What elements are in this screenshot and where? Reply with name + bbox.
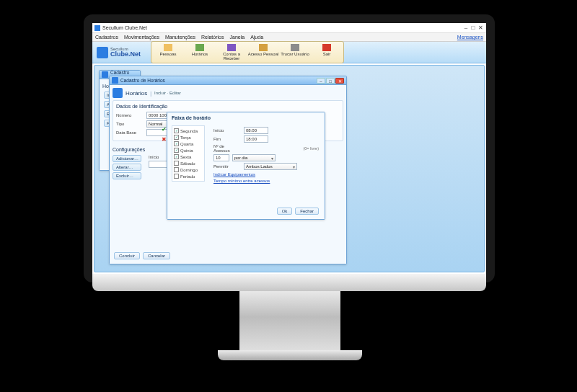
col-inicio: Início: [149, 155, 164, 159]
checkbox-quinta[interactable]: ✓: [174, 148, 179, 153]
ribbon: Secullum Clube.Net Pessoas Horários Cont…: [92, 42, 486, 63]
window-title: Cadastro de Horários: [120, 78, 165, 83]
ribbon-pessoas[interactable]: Pessoas: [152, 43, 184, 62]
ribbon-trocar[interactable]: Trocar Usuário: [279, 43, 311, 62]
label-numero: Número: [116, 113, 144, 117]
money-icon: [227, 44, 236, 51]
link-tempo-minimo[interactable]: Tempo mínimo entre acessos: [213, 179, 319, 183]
close-button[interactable]: ✕: [477, 24, 484, 31]
label-tipo: Tipo: [116, 122, 144, 126]
check-icon[interactable]: ✔: [162, 127, 167, 133]
window-icon: [112, 77, 118, 84]
menu-janela[interactable]: Janela: [229, 35, 245, 40]
people-icon: [164, 44, 172, 51]
minimize-button[interactable]: –: [317, 78, 325, 84]
app-title: Secullum Clube.Net: [102, 25, 147, 30]
titlebar: Secullum Clube.Net – □ ✕: [92, 23, 486, 33]
hint-livre: (0= livre): [303, 146, 319, 151]
breadcrumb: Incluir · Editar: [154, 91, 181, 95]
mensagens-link[interactable]: Mensagens: [457, 35, 483, 40]
permitir-select[interactable]: Ambos Lados: [244, 163, 297, 170]
section-title: Dados de Identificação: [116, 104, 340, 109]
fechar-button[interactable]: Fechar: [295, 208, 319, 215]
inicio-field[interactable]: 08:00: [244, 127, 268, 134]
concluir-button[interactable]: Concluir: [114, 252, 140, 259]
window-icon: [102, 71, 108, 78]
brand-logo-icon: [97, 47, 108, 58]
label-acessos: Nº de Acessos: [213, 144, 241, 153]
workspace: Cadastro d… Horá Incluir Alterar Excluir…: [94, 65, 485, 272]
dialog-title: Faixa de horário: [172, 115, 211, 120]
maximize-button[interactable]: □: [470, 24, 477, 31]
brand-big: Clube.Net: [110, 51, 141, 58]
cancelar-button[interactable]: Cancelar: [143, 252, 170, 259]
days-list: ✓Segunda ✓Terça ✓Quarta ✓Quinta ✓Sexta S…: [172, 125, 205, 182]
menu-cadastros[interactable]: Cadastros: [95, 35, 118, 40]
key-icon: [259, 44, 268, 51]
ribbon-sair[interactable]: Sair: [311, 43, 343, 62]
excluir-button[interactable]: Excluir…: [113, 172, 141, 179]
menu-ajuda[interactable]: Ajuda: [250, 35, 263, 40]
ribbon-contas[interactable]: Contas a Receber: [216, 43, 247, 62]
menu-relatorios[interactable]: Relatórios: [201, 35, 224, 40]
checkbox-quarta[interactable]: ✓: [174, 141, 179, 146]
adicionar-button[interactable]: Adicionar…: [113, 155, 141, 162]
close-button[interactable]: ✕: [335, 78, 344, 84]
checkbox-segunda[interactable]: ✓: [174, 128, 179, 133]
brand: Secullum Clube.Net: [97, 47, 141, 58]
ribbon-horarios[interactable]: Horários: [184, 43, 216, 62]
link-equipamentos[interactable]: Indicar Equipamentos: [213, 172, 319, 177]
maximize-button[interactable]: □: [326, 78, 335, 84]
checkbox-sexta[interactable]: ✓: [174, 154, 179, 159]
user-swap-icon: [291, 44, 299, 51]
ok-button[interactable]: Ok: [277, 208, 293, 215]
dialog-faixa-horario[interactable]: Faixa de horário ✔ ✖ ✓Segunda ✓Terça ✓Qu…: [167, 112, 325, 220]
alterar-button[interactable]: Alterar…: [113, 164, 141, 171]
label-permitir: Permitir: [213, 164, 241, 169]
x-icon[interactable]: ✖: [162, 137, 167, 143]
acessos-field[interactable]: 10: [213, 154, 229, 161]
label-database: Data Base: [116, 130, 144, 135]
label-inicio: Início: [213, 128, 241, 133]
clock-icon: [195, 44, 204, 51]
exit-icon: [322, 44, 331, 51]
label-fim: Fim: [213, 137, 241, 141]
checkbox-domingo[interactable]: [174, 167, 179, 172]
fim-field[interactable]: 18:00: [244, 135, 268, 143]
menu-manutencoes[interactable]: Manutenções: [165, 35, 195, 40]
app-icon: [94, 25, 100, 31]
minimize-button[interactable]: –: [462, 24, 470, 31]
checkbox-terca[interactable]: ✓: [174, 135, 179, 140]
header-title: Horários: [125, 90, 147, 97]
checkbox-sabado[interactable]: [174, 161, 179, 166]
menu-movimentacoes[interactable]: Movimentações: [124, 35, 159, 40]
ribbon-acesso[interactable]: Acesso Pessoal: [247, 43, 279, 62]
header-icon: [113, 88, 123, 98]
periodo-select[interactable]: por dia: [232, 154, 276, 161]
checkbox-feriado[interactable]: [174, 174, 179, 179]
